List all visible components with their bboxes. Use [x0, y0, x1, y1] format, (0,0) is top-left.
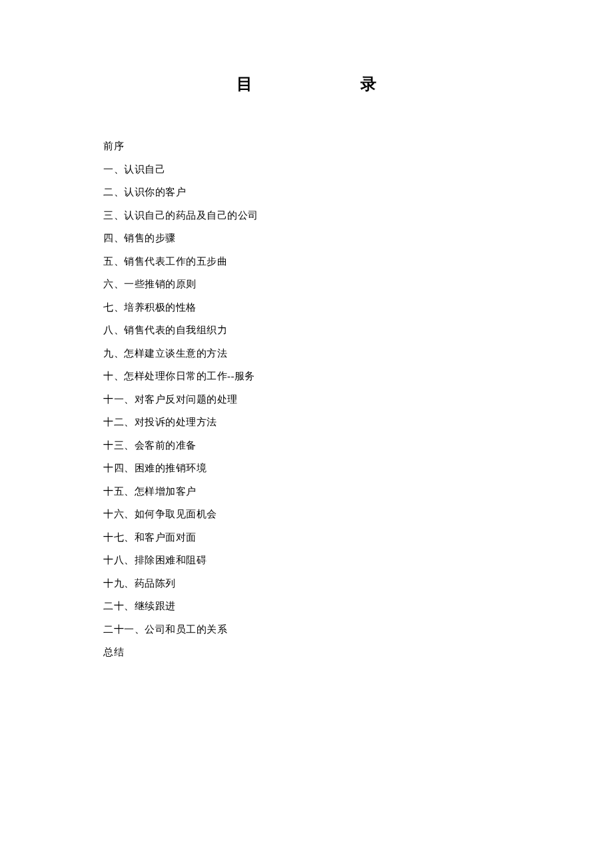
toc-entry: 十二、对投诉的处理方法 [103, 411, 510, 434]
toc-entry: 八、销售代表的自我组织力 [103, 319, 510, 342]
toc-entry: 十四、困难的推销环境 [103, 457, 510, 480]
toc-entry: 十五、怎样增加客户 [103, 480, 510, 503]
toc-entry: 前序 [103, 135, 510, 158]
toc-entry: 二、认识你的客户 [103, 181, 510, 204]
toc-entry: 十九、药品陈列 [103, 572, 510, 595]
toc-entry: 二十、继续跟进 [103, 595, 510, 618]
toc-entry: 九、怎样建立谈生意的方法 [103, 342, 510, 365]
toc-entry: 一、认识自己 [103, 158, 510, 181]
table-of-contents: 前序 一、认识自己 二、认识你的客户 三、认识自己的药品及自己的公司 四、销售的… [103, 135, 510, 664]
toc-entry: 十三、会客前的准备 [103, 434, 510, 457]
toc-entry: 七、培养积极的性格 [103, 296, 510, 319]
toc-entry: 十六、如何争取见面机会 [103, 503, 510, 526]
toc-entry: 四、销售的步骤 [103, 227, 510, 250]
toc-entry: 十八、排除困难和阻碍 [103, 549, 510, 572]
toc-entry: 十一、对客户反对问题的处理 [103, 388, 510, 411]
toc-entry: 总结 [103, 641, 510, 664]
page-title: 目 录 [237, 73, 376, 95]
toc-entry: 十七、和客户面对面 [103, 526, 510, 549]
toc-entry: 五、销售代表工作的五步曲 [103, 250, 510, 273]
toc-entry: 三、认识自己的药品及自己的公司 [103, 204, 510, 227]
toc-entry: 二十一、公司和员工的关系 [103, 618, 510, 641]
title-char-1: 目 [237, 73, 253, 95]
toc-entry: 六、一些推销的原则 [103, 273, 510, 296]
title-char-2: 录 [360, 73, 376, 95]
toc-entry: 十、怎样处理你日常的工作--服务 [103, 365, 510, 388]
